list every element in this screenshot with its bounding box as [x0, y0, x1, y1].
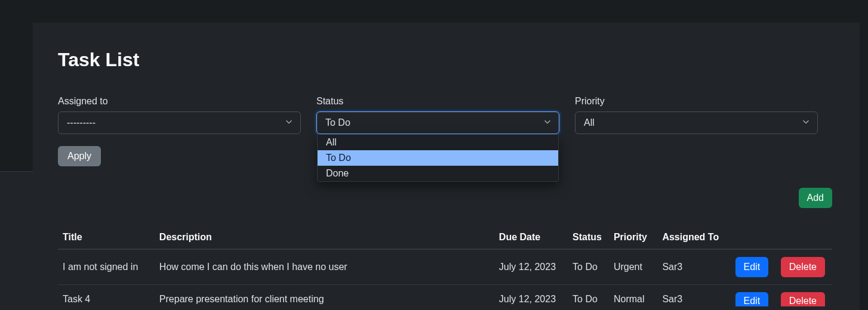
status-select-value: To Do: [325, 117, 350, 128]
assigned-select-value: ---------: [67, 117, 96, 128]
cell-title: Task 4: [58, 285, 155, 308]
filters-row: Assigned to --------- Status To Do Al: [58, 96, 832, 134]
cell-due-date: July 12, 2023: [494, 285, 568, 308]
top-bar: [0, 0, 868, 23]
apply-button[interactable]: Apply: [58, 146, 101, 166]
status-dropdown: All To Do Done: [317, 135, 559, 182]
scrollbar-track[interactable]: [860, 23, 868, 310]
cell-due-date: July 12, 2023: [494, 249, 568, 285]
col-status: Status: [568, 226, 609, 249]
cell-description: Prepare presentation for client meeting: [155, 285, 494, 308]
table-header-row: Title Description Due Date Status Priori…: [58, 226, 832, 249]
col-assigned-to: Assigned To: [657, 226, 730, 249]
col-due-date: Due Date: [494, 226, 568, 249]
chevron-down-icon: [285, 117, 293, 128]
filter-priority-label: Priority: [575, 96, 818, 107]
add-button[interactable]: Add: [799, 188, 832, 208]
filter-assigned-label: Assigned to: [58, 96, 301, 107]
col-edit: [731, 226, 776, 249]
status-option-todo[interactable]: To Do: [318, 150, 558, 166]
filter-status: Status To Do All To Do Done: [316, 96, 559, 134]
col-description: Description: [155, 226, 494, 249]
filter-assigned: Assigned to ---------: [58, 96, 301, 134]
cell-assigned: Sar3: [657, 285, 730, 308]
priority-select-value: All: [584, 117, 595, 128]
cell-status: To Do: [568, 285, 609, 308]
task-table: Title Description Due Date Status Priori…: [58, 226, 832, 308]
status-option-all[interactable]: All: [318, 135, 558, 150]
delete-button[interactable]: Delete: [781, 292, 825, 306]
cell-title: I am not signed in: [58, 249, 155, 285]
edit-button[interactable]: Edit: [735, 257, 769, 277]
edit-button[interactable]: Edit: [735, 292, 769, 306]
main-content: Task List Assigned to --------- Status T…: [33, 23, 868, 310]
col-priority: Priority: [609, 226, 657, 249]
chevron-down-icon: [802, 117, 810, 128]
table-row: Task 4 Prepare presentation for client m…: [58, 285, 832, 308]
filter-priority: Priority All: [575, 96, 818, 134]
col-title: Title: [58, 226, 155, 249]
chevron-down-icon: [543, 117, 552, 128]
status-option-done[interactable]: Done: [318, 166, 558, 181]
col-delete: [776, 226, 832, 249]
cell-priority: Normal: [609, 285, 657, 308]
cell-assigned: Sar3: [657, 249, 730, 285]
status-select[interactable]: To Do All To Do Done: [316, 111, 559, 134]
cell-priority: Urgent: [609, 249, 657, 285]
filter-status-label: Status: [316, 96, 559, 107]
delete-button[interactable]: Delete: [781, 257, 825, 277]
cell-description: How come I can do this when I have no us…: [155, 249, 494, 285]
priority-select[interactable]: All: [575, 111, 818, 134]
assigned-select[interactable]: ---------: [58, 111, 301, 134]
cell-status: To Do: [568, 249, 609, 285]
page-title: Task List: [58, 49, 832, 71]
sidebar: [0, 23, 33, 172]
table-row: I am not signed in How come I can do thi…: [58, 249, 832, 285]
